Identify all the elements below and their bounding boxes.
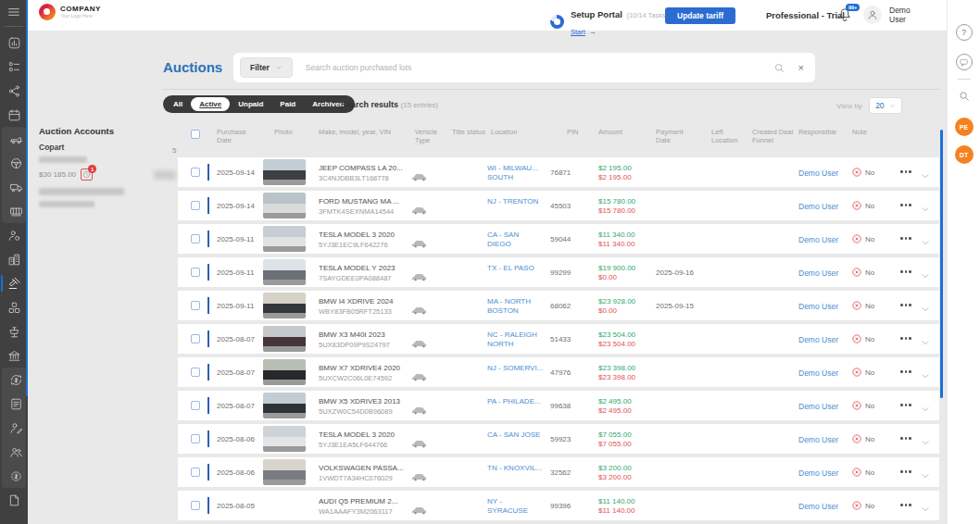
person-edit-icon[interactable] — [2, 416, 30, 440]
location-link[interactable]: NC - RALEIGH NORTH — [487, 331, 545, 348]
search-icon[interactable] — [773, 62, 785, 74]
location-link[interactable]: NJ - TRENTON — [487, 197, 545, 206]
responsible-link[interactable]: Demo User — [798, 502, 838, 511]
hamburger-menu-icon[interactable] — [0, 0, 28, 24]
row-menu-icon[interactable] — [900, 337, 911, 340]
make-model-text[interactable]: BMW I4 XDRIVE 2024 — [319, 297, 415, 306]
location-link[interactable]: CA - SAN DIEGO — [487, 231, 545, 248]
make-model-text[interactable]: FORD MUSTANG MA ... — [319, 197, 415, 206]
row-checkbox[interactable] — [191, 401, 200, 410]
view-by-dropdown[interactable]: 20 — [869, 97, 902, 114]
responsible-link[interactable]: Demo User — [798, 368, 838, 378]
row-menu-icon[interactable] — [900, 404, 911, 406]
location-link[interactable]: NY - SYRACUSE — [487, 497, 545, 515]
row-menu-icon[interactable] — [900, 370, 911, 373]
col-amount[interactable]: Amount — [598, 128, 622, 136]
billing-settings-icon[interactable] — [2, 464, 30, 488]
make-model-text[interactable]: AUDI Q5 PREMIUM 2... — [319, 497, 415, 505]
responsible-link[interactable]: Demo User — [798, 302, 838, 311]
col-created-deal-funnel[interactable]: Created Deal Funnel — [752, 128, 800, 144]
row-checkbox[interactable] — [191, 501, 200, 510]
responsible-link[interactable]: Demo User — [798, 235, 838, 244]
row-checkbox[interactable] — [191, 368, 200, 377]
row-checkbox[interactable] — [191, 268, 200, 277]
make-model-text[interactable]: BMW X3 M40I 2023 — [319, 331, 415, 339]
row-expand-chevron-icon[interactable] — [921, 234, 930, 251]
tab-unpaid[interactable]: Unpaid — [230, 97, 271, 111]
search-input[interactable] — [306, 63, 773, 72]
tab-all[interactable]: All — [165, 97, 191, 111]
row-checkbox[interactable] — [191, 168, 200, 177]
vehicle-photo[interactable] — [263, 226, 306, 252]
select-all-checkbox[interactable] — [191, 130, 200, 139]
vehicle-photo[interactable] — [263, 259, 306, 285]
tasks-icon[interactable] — [0, 55, 28, 79]
vehicle-photo[interactable] — [263, 326, 306, 352]
row-expand-chevron-icon[interactable] — [921, 334, 930, 351]
make-model-text[interactable]: JEEP COMPASS LA 20... — [319, 164, 415, 172]
col-vehicle-type[interactable]: Vehicle Type — [415, 128, 445, 144]
row-menu-icon[interactable] — [900, 204, 911, 206]
row-checkbox[interactable] — [191, 334, 200, 343]
location-link[interactable]: MA - NORTH BOSTON — [487, 297, 545, 315]
bank-icon[interactable] — [0, 343, 28, 368]
vehicle-photo[interactable] — [263, 359, 306, 385]
vehicle-photo[interactable] — [263, 426, 306, 452]
make-model-text[interactable]: TESLA MODEL 3 2020 — [319, 430, 415, 439]
location-link[interactable]: PA - PHILADE... — [487, 397, 545, 406]
row-checkbox[interactable] — [191, 468, 200, 477]
location-link[interactable]: TN - KNOXVIL... — [487, 464, 545, 473]
row-menu-icon[interactable] — [900, 437, 911, 440]
col-payment-date[interactable]: Payment Date — [656, 128, 693, 144]
responsible-link[interactable]: Demo User — [798, 202, 838, 211]
row-expand-chevron-icon[interactable] — [921, 368, 930, 384]
filter-button[interactable]: Filter — [240, 57, 293, 78]
make-model-text[interactable]: BMW X7 XDRIVE4 2020 — [319, 364, 415, 372]
location-link[interactable]: TX - EL PASO — [487, 264, 545, 273]
row-expand-chevron-icon[interactable] — [921, 301, 930, 318]
row-expand-chevron-icon[interactable] — [921, 501, 930, 518]
location-link[interactable]: NJ - SOMERVI... — [487, 364, 545, 373]
table-scrollbar[interactable] — [940, 130, 943, 398]
people-icon[interactable] — [2, 440, 30, 464]
tab-paid[interactable]: Paid — [271, 97, 304, 111]
user-name[interactable]: Demo User — [889, 6, 924, 24]
row-checkbox[interactable] — [191, 234, 200, 243]
help-icon[interactable]: ? — [956, 24, 973, 41]
search-rail-icon[interactable] — [956, 88, 973, 105]
responsible-link[interactable]: Demo User — [798, 335, 838, 344]
network-icon[interactable] — [0, 79, 28, 103]
sidebar-scrollbar[interactable] — [26, 0, 28, 396]
col-location[interactable]: Location — [491, 128, 517, 136]
make-model-text[interactable]: BMW X5 XDRIVE3 2013 — [319, 397, 415, 405]
packages-icon[interactable] — [0, 295, 28, 319]
col-responsible[interactable]: Responsible — [798, 128, 836, 136]
row-expand-chevron-icon[interactable] — [921, 468, 930, 484]
vehicle-photo[interactable] — [263, 459, 306, 485]
make-model-text[interactable]: TESLA MODEL 3 2020 — [319, 231, 415, 239]
person-settings-icon[interactable] — [0, 223, 28, 247]
pending-clock-icon[interactable]: 1 — [81, 168, 93, 181]
col-photo[interactable]: Photo — [274, 128, 293, 136]
dashboard-icon[interactable] — [0, 31, 28, 55]
dt-badge[interactable]: DT — [955, 145, 974, 164]
row-menu-icon[interactable] — [900, 270, 911, 273]
vehicle-photo[interactable] — [263, 293, 306, 318]
responsible-link[interactable]: Demo User — [798, 468, 838, 478]
col-title-status[interactable]: Title status — [452, 128, 485, 136]
update-tariff-button[interactable]: Update tariff — [665, 7, 735, 24]
responsible-link[interactable]: Demo User — [798, 268, 838, 278]
row-expand-chevron-icon[interactable] — [921, 168, 930, 184]
vehicle-photo[interactable] — [263, 393, 306, 418]
responsible-link[interactable]: Demo User — [798, 435, 838, 444]
row-menu-icon[interactable] — [900, 170, 911, 173]
row-menu-icon[interactable] — [900, 504, 911, 506]
location-link[interactable]: CA - SAN JOSE — [487, 430, 545, 440]
row-menu-icon[interactable] — [900, 237, 911, 240]
row-expand-chevron-icon[interactable] — [921, 401, 930, 418]
tab-active[interactable]: Active — [191, 97, 230, 111]
auction-gavel-icon[interactable] — [0, 271, 28, 295]
responsible-link[interactable]: Demo User — [798, 402, 838, 411]
vehicle-photo[interactable] — [263, 159, 306, 185]
calendar-icon[interactable] — [0, 103, 28, 127]
